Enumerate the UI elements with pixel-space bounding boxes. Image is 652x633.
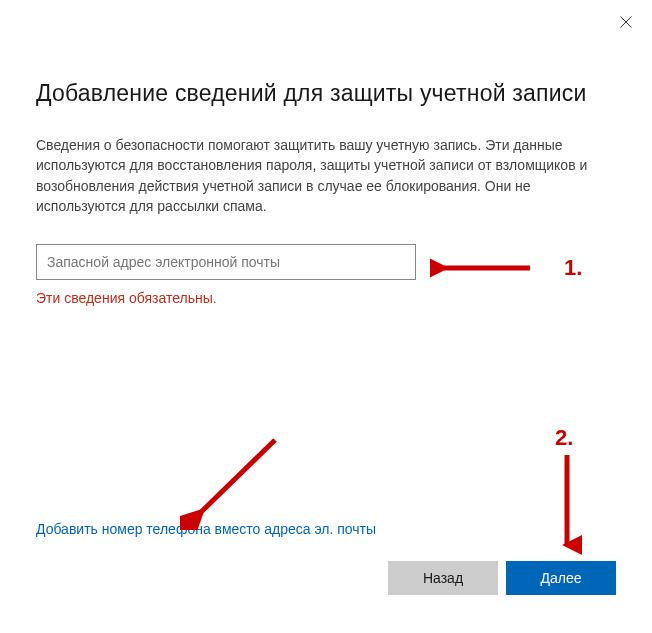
close-icon bbox=[620, 16, 632, 28]
alt-link-area: Добавить номер телефона вместо адреса эл… bbox=[36, 520, 376, 538]
button-bar: Назад Далее bbox=[388, 561, 616, 595]
description-text: Сведения о безопасности помогают защитит… bbox=[36, 135, 616, 216]
close-button[interactable] bbox=[614, 10, 638, 34]
back-button[interactable]: Назад bbox=[388, 561, 498, 595]
arrow-down-icon bbox=[552, 450, 582, 560]
input-row bbox=[36, 244, 616, 280]
annotation-2-label: 2. bbox=[555, 425, 573, 451]
content-area: Добавление сведений для защиты учетной з… bbox=[0, 0, 652, 306]
annotation-2-arrow bbox=[552, 450, 582, 564]
next-button[interactable]: Далее bbox=[506, 561, 616, 595]
add-phone-link[interactable]: Добавить номер телефона вместо адреса эл… bbox=[36, 521, 376, 537]
annotation-3 bbox=[180, 430, 290, 534]
dialog-window: Добавление сведений для защиты учетной з… bbox=[0, 0, 652, 633]
backup-email-input[interactable] bbox=[36, 244, 416, 280]
page-title: Добавление сведений для защиты учетной з… bbox=[36, 80, 616, 107]
svg-line-7 bbox=[198, 440, 275, 515]
error-message: Эти сведения обязательны. bbox=[36, 290, 616, 306]
arrow-diagonal-icon bbox=[180, 430, 290, 530]
